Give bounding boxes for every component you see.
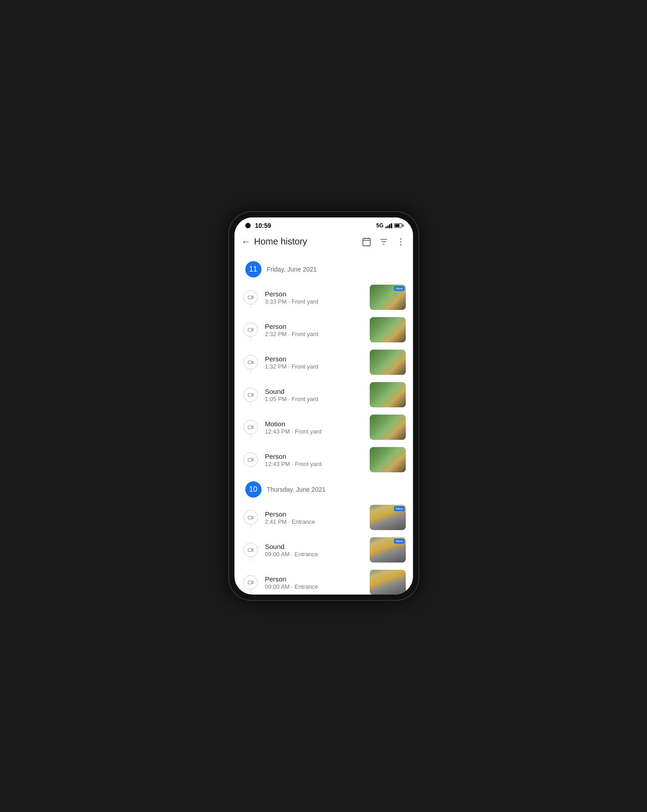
svg-point-8 [400,241,401,242]
camera-icon [248,547,254,553]
event-thumbnail[interactable] [370,317,406,342]
event-info: Motion 12:43 PM · Front yard [260,420,370,435]
camera-icon [248,457,254,463]
camera-icon [248,392,254,398]
toolbar: ← Home history [234,231,413,252]
svg-point-9 [400,244,401,245]
timeline-col [242,510,260,525]
day-header-10: 10 Thursday, June 2021 [234,476,413,501]
svg-rect-16 [248,393,252,396]
history-list[interactable]: 11 Friday, June 2021 [234,252,413,595]
event-icon [243,323,258,337]
filter-icon[interactable] [379,237,389,247]
network-label: 5G [376,222,383,229]
svg-rect-18 [248,426,252,429]
event-thumbnail[interactable]: New [370,537,406,563]
day-header-11: 11 Friday, June 2021 [234,256,413,281]
back-button[interactable]: ← [242,235,254,249]
svg-rect-20 [248,458,252,461]
event-thumbnail[interactable]: New [370,285,406,310]
svg-rect-10 [248,296,252,299]
timeline-col [242,290,260,304]
new-badge: New [394,539,404,544]
svg-rect-0 [363,238,370,246]
event-icon [243,510,258,525]
event-info: Person 2:32 PM · Front yard [260,323,370,337]
status-time: 10:59 [255,222,271,229]
svg-rect-22 [248,516,252,519]
svg-rect-26 [248,581,252,584]
timeline-col [242,388,260,402]
list-item[interactable]: Person 3:33 PM · Front yard New [242,281,406,314]
list-item[interactable]: Sound 09:00 AM · Entrance New [242,534,406,566]
event-thumbnail[interactable] [370,350,406,375]
battery-icon [394,223,402,228]
event-icon [243,575,258,590]
camera-icon [248,579,254,586]
event-icon [243,388,258,402]
event-info: Person 1:32 PM · Front yard [260,355,370,370]
list-item[interactable]: Person 12:43 PM · Front yard [242,443,406,476]
event-icon [243,355,258,369]
more-icon[interactable] [396,237,406,247]
list-item[interactable]: Motion 12:43 PM · Front yard [242,411,406,443]
timeline-col [242,355,260,369]
timeline-col [242,575,260,590]
phone-frame: 10:59 5G ← Home history [229,212,418,600]
event-info: Person 12:43 PM · Front yard [260,452,370,467]
page-title: Home history [254,236,362,247]
event-list-day11: Person 3:33 PM · Front yard New [234,281,413,476]
list-item[interactable]: Sound 1:05 PM · Front yard [242,378,406,411]
signal-icon [385,223,392,228]
phone-screen: 10:59 5G ← Home history [234,217,413,595]
event-thumbnail[interactable] [370,570,406,595]
status-bar: 10:59 5G [234,217,413,231]
event-thumbnail[interactable]: New [370,505,406,530]
new-badge: New [394,506,404,511]
svg-point-7 [400,238,401,240]
status-icons: 5G [376,222,402,229]
day-badge-10: 10 [245,481,262,498]
toolbar-actions [362,237,406,247]
front-camera [245,223,251,228]
timeline-col [242,323,260,337]
camera-icon [248,294,254,300]
list-item[interactable]: Person 09:00 AM · Entrance [242,566,406,595]
event-info: Sound 09:00 AM · Entrance [260,543,370,558]
svg-rect-24 [248,549,252,551]
day-badge-11: 11 [245,261,262,277]
timeline-col [242,543,260,557]
event-thumbnail[interactable] [370,447,406,472]
svg-rect-12 [248,328,252,331]
calendar-icon[interactable] [362,237,372,247]
list-item[interactable]: Person 2:32 PM · Front yard [242,314,406,346]
camera-icon [248,327,254,333]
event-thumbnail[interactable] [370,382,406,407]
event-icon [243,452,258,467]
event-info: Person 2:41 PM · Entrance [260,510,370,525]
event-info: Person 3:33 PM · Front yard [260,290,370,305]
event-info: Sound 1:05 PM · Front yard [260,388,370,402]
day-label-11: Friday, June 2021 [267,266,317,273]
new-badge: New [394,286,404,291]
svg-rect-14 [248,361,252,364]
timeline-col [242,420,260,434]
camera-icon [248,424,254,430]
event-thumbnail[interactable] [370,415,406,440]
event-icon [243,290,258,304]
event-list-day10: Person 2:41 PM · Entrance New [234,501,413,595]
day-label-10: Thursday, June 2021 [267,486,326,493]
timeline-col [242,452,260,467]
camera-icon [248,359,254,365]
camera-icon [248,514,254,521]
event-info: Person 09:00 AM · Entrance [260,575,370,590]
list-item[interactable]: Person 1:32 PM · Front yard [242,346,406,378]
event-icon [243,543,258,557]
list-item[interactable]: Person 2:41 PM · Entrance New [242,501,406,534]
event-icon [243,420,258,434]
